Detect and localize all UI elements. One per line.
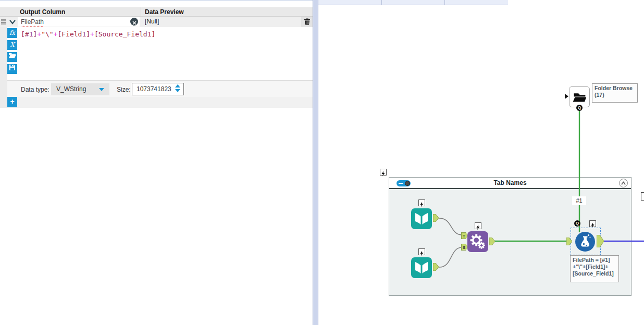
save-icon	[9, 64, 16, 71]
sheet-names-macro-tool-2[interactable]	[411, 257, 432, 278]
size-spinner[interactable]: 1073741823	[132, 83, 184, 95]
folder-icon	[569, 87, 589, 107]
expression-token: +	[90, 30, 94, 38]
chevron-up-icon	[620, 179, 627, 187]
connection-name-label: #1	[572, 196, 586, 205]
open-book-icon	[411, 257, 432, 278]
flask-icon	[575, 231, 596, 252]
collapse-container-button[interactable]	[619, 179, 628, 188]
size-value: 1073741823	[137, 85, 171, 93]
formula-input-anchor[interactable]	[566, 238, 572, 245]
annotation-line: FilePath = [#1]	[573, 257, 616, 264]
spinner-up-icon[interactable]	[175, 84, 180, 88]
drag-handle-icon[interactable]	[1, 19, 6, 25]
output-column-input[interactable]: FilePath	[18, 17, 140, 27]
chevron-down-icon[interactable]	[8, 18, 17, 26]
output-column-header: Output Column	[20, 8, 65, 16]
teal2-output-anchor[interactable]	[433, 263, 439, 271]
formula-annotation[interactable]: FilePath = [#1] +"\"+[Field1]+ [Source_F…	[570, 255, 619, 282]
expression-token: "\"	[41, 30, 53, 38]
function-icon: fx	[9, 29, 15, 36]
annotation-line: Folder Browse	[595, 85, 635, 92]
add-column-row: +	[7, 97, 313, 108]
expression-token: [Field1]	[57, 30, 90, 38]
data-preview-header: Data Preview	[145, 8, 184, 16]
expression-text: [#1]+"\"+[Field1]+[Source_Field1]	[21, 30, 155, 38]
expression-token: [#1]	[21, 30, 37, 38]
lightning-bolt-icon	[380, 169, 387, 176]
formula-output-anchor[interactable]	[597, 235, 604, 247]
add-column-button[interactable]: +	[7, 97, 17, 107]
datatype-dropdown[interactable]: V_WString	[51, 83, 109, 95]
offscreen-annotation-edge	[641, 192, 644, 201]
cropped-toolbar-strip	[318, 0, 508, 5]
container-header[interactable]: Tab Names	[389, 178, 631, 189]
question-anchor-badge[interactable]: Q	[576, 105, 583, 111]
datatype-value: V_WString	[56, 85, 86, 93]
formula-tool[interactable]	[575, 231, 596, 252]
datatype-label: Data type:	[21, 86, 49, 93]
variable-icon: X	[10, 41, 15, 48]
clear-field-button[interactable]	[130, 18, 138, 26]
trash-cell	[301, 17, 313, 27]
expression-editor[interactable]: [#1]+"\"+[Field1]+[Source_Field1]	[18, 27, 313, 80]
output-column-value: FilePath	[21, 18, 44, 26]
annotation-line: +"\"+[Field1]+	[573, 264, 616, 270]
gear-macro-tool[interactable]	[467, 231, 488, 252]
spinner-arrows[interactable]	[175, 84, 181, 92]
expression-token: +	[37, 30, 41, 38]
container-title: Tab Names	[389, 179, 631, 186]
size-label: Size:	[117, 86, 131, 93]
expression-token: [Source_Field1]	[94, 30, 155, 38]
data-preview-value: [Null]	[141, 18, 301, 25]
open-book-icon	[411, 208, 432, 229]
spinner-down-icon[interactable]	[175, 89, 180, 92]
folder-browse-input-anchor[interactable]	[565, 94, 568, 99]
folder-browse-annotation[interactable]: Folder Browse (17)	[592, 83, 638, 103]
lightning-bolt-icon	[475, 222, 481, 229]
panel-scrollbar[interactable]	[313, 0, 318, 325]
toolbar-cell	[382, 0, 445, 5]
save-expression-button[interactable]	[7, 64, 17, 74]
column-header-row: Output Column Data Preview	[0, 7, 313, 17]
annotation-line: [Source_Field1]	[573, 270, 616, 277]
folder-browse-tool[interactable]	[569, 86, 590, 107]
open-folder-icon	[8, 52, 16, 59]
lightning-bolt-icon	[418, 199, 425, 206]
sheet-names-macro-tool-1[interactable]	[411, 208, 432, 229]
trash-icon[interactable]	[303, 18, 311, 26]
teal1-output-anchor[interactable]	[433, 214, 439, 222]
toolbar-cell	[445, 0, 508, 5]
gear-output-anchor[interactable]	[489, 238, 495, 245]
formula-config-panel: Output Column Data Preview FilePath [Nul…	[0, 0, 313, 325]
functions-button[interactable]: fx	[7, 28, 17, 38]
formula-field-row: FilePath [Null]	[0, 17, 313, 27]
gears-icon	[467, 231, 488, 252]
lightning-bolt-icon	[418, 248, 425, 255]
editor-toolbar: fx X	[7, 28, 18, 76]
workflow-canvas[interactable]: Tab Names #1 Q Folder Browse (17)	[318, 0, 644, 325]
question-anchor-badge[interactable]: Q	[574, 220, 580, 227]
annotation-line: (17)	[595, 92, 635, 98]
toolbar-cell	[318, 0, 381, 5]
datatype-row: Data type: V_WString Size: 1073741823	[7, 80, 313, 97]
dropdown-arrow-icon	[99, 88, 104, 91]
lightning-bolt-icon	[589, 220, 596, 227]
open-expression-button[interactable]	[7, 52, 17, 62]
variables-button[interactable]: X	[7, 40, 17, 50]
